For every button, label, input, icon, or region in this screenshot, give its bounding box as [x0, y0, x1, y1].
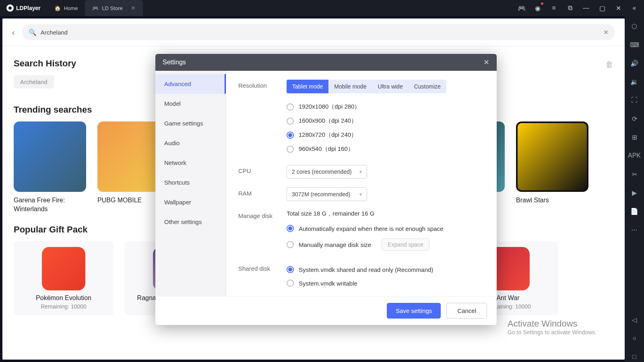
disk-auto-option[interactable]: Automatically expand when there is not e…	[287, 222, 485, 235]
radio-label: System.vmdk shared and read only (Recomm…	[299, 266, 433, 273]
modal-titlebar: Settings ✕	[155, 54, 497, 71]
menu-icon[interactable]: ≡	[549, 3, 559, 13]
tab-ld-store[interactable]: 🎮 LD Store ✕	[85, 0, 142, 16]
scissors-icon[interactable]: ✂	[629, 169, 640, 179]
resolution-option[interactable]: 960x540（dpi 160）	[287, 142, 485, 156]
nav-network[interactable]: Network	[155, 153, 226, 173]
gift-remaining: Remaining: 10000	[18, 303, 109, 310]
radio-icon	[287, 241, 294, 248]
tab-label: Home	[64, 5, 78, 11]
search-box[interactable]: 🔍 ✕	[22, 24, 615, 40]
store-header: ‹ 🔍 ✕	[2, 19, 625, 46]
app-thumb	[516, 121, 588, 192]
mode-mobile[interactable]: Mobile mode	[328, 80, 372, 93]
gift-name: Pokémon Evolution	[18, 294, 109, 302]
ram-select[interactable]: 3072M (recommended)▾	[287, 187, 367, 201]
app-card[interactable]: Brawl Stars	[516, 121, 588, 213]
disk-manual-option[interactable]: Manually manage disk sizeExpand space	[287, 235, 485, 254]
modal-title: Settings	[163, 59, 186, 66]
radio-label: System.vmdk writable	[299, 280, 357, 287]
mode-ultrawide[interactable]: Ultra wide	[372, 80, 408, 93]
shared-label: Shared disk	[238, 263, 287, 290]
store-page: ‹ 🔍 ✕ Search History 🗑 Archeland Trendin…	[2, 19, 625, 360]
nav-shortcuts[interactable]: Shortcuts	[155, 173, 226, 192]
nav-advanced[interactable]: Advanced	[155, 74, 226, 94]
ram-label: RAM	[238, 187, 287, 201]
radio-icon	[287, 132, 294, 139]
resolution-option[interactable]: 1280x720（dpi 240）	[287, 128, 485, 142]
close-icon[interactable]: ✕	[613, 3, 623, 13]
recent-nav-icon[interactable]: □	[629, 352, 640, 362]
popout-icon[interactable]: ⧉	[565, 3, 575, 13]
search-input[interactable]	[41, 29, 599, 36]
chevron-down-icon: ▾	[359, 191, 362, 197]
sync-icon[interactable]: ⟳	[629, 113, 640, 124]
gift-thumb	[42, 247, 85, 290]
keyboard-icon[interactable]: ⌨	[629, 39, 640, 50]
trash-icon[interactable]: 🗑	[605, 60, 613, 69]
app-name: Garena Free Fire: Winterlands	[14, 196, 86, 213]
back-nav-icon[interactable]: ◁	[629, 315, 640, 325]
mode-customize[interactable]: Customize	[409, 80, 446, 93]
nav-other[interactable]: Other settings	[155, 212, 226, 232]
gift-card[interactable]: Pokémon EvolutionRemaining: 10000	[14, 241, 114, 315]
nav-game-settings[interactable]: Game settings	[155, 113, 226, 133]
resolution-mode-tabs: Tablet mode Mobile mode Ultra wide Custo…	[287, 80, 446, 93]
shared-readonly-option[interactable]: System.vmdk shared and read only (Recomm…	[287, 263, 485, 276]
select-value: 3072M (recommended)	[292, 191, 351, 197]
cpu-select[interactable]: 2 cores (recommended)▾	[287, 165, 367, 179]
radio-icon	[287, 225, 294, 232]
resolution-option[interactable]: 1920x1080（dpi 280）	[287, 100, 485, 114]
select-value: 2 cores (recommended)	[292, 169, 352, 175]
more-icon[interactable]: ⋯	[629, 224, 640, 235]
multi-instance-icon[interactable]: ⊞	[629, 132, 640, 142]
cpu-label: CPU	[238, 165, 287, 179]
gamepad-icon[interactable]: 🎮	[517, 3, 526, 13]
titlebar: LDPlayer 🏠 Home 🎮 LD Store ✕ 🎮 ◉ ≡ ⧉ — ▢…	[0, 0, 644, 16]
maximize-icon[interactable]: ▢	[597, 3, 607, 13]
radio-label: 1280x720（dpi 240）	[299, 131, 357, 139]
radio-icon	[287, 146, 294, 153]
resolution-option[interactable]: 644x362（dpi 240）	[287, 114, 485, 128]
script-icon[interactable]: 📄	[629, 206, 640, 216]
right-toolbar: ⬡ ⌨ 🔊 🔉 ⛶ ⟳ ⊞ APK ✂ ▶ 📄 ⋯ ◁ ○ □	[625, 16, 644, 362]
disk-label: Manage disk	[238, 210, 287, 254]
ldplayer-logo-icon	[6, 4, 14, 12]
watermark-sub: Go to Settings to activate Windows.	[508, 329, 597, 335]
mode-tablet[interactable]: Tablet mode	[287, 80, 328, 93]
clear-search-icon[interactable]: ✕	[603, 29, 609, 36]
history-chip[interactable]: Archeland	[14, 75, 54, 88]
collapse-rail-icon[interactable]: «	[630, 3, 639, 13]
cancel-button[interactable]: Cancel	[446, 303, 487, 319]
app-logo: LDPlayer	[0, 4, 47, 12]
save-button[interactable]: Save settings	[387, 303, 441, 319]
minimize-icon[interactable]: —	[581, 3, 591, 13]
home-nav-icon[interactable]: ○	[629, 333, 640, 343]
app-card[interactable]: Garena Free Fire: Winterlands	[14, 121, 86, 213]
radio-icon	[287, 280, 294, 287]
nav-model[interactable]: Model	[155, 94, 226, 113]
titlebar-controls: 🎮 ◉ ≡ ⧉ — ▢ ✕ «	[517, 3, 644, 13]
volume-up-icon[interactable]: 🔊	[629, 58, 640, 68]
close-icon[interactable]: ✕	[131, 5, 136, 11]
chevron-down-icon: ▾	[359, 169, 362, 175]
radio-label: 644x362（dpi 240）	[299, 117, 357, 125]
account-icon[interactable]: ◉	[533, 3, 543, 13]
close-icon[interactable]: ✕	[483, 58, 489, 67]
fullscreen-icon[interactable]: ⛶	[629, 95, 640, 105]
resolution-label: Resolution	[238, 80, 287, 156]
apk-icon[interactable]: APK	[629, 150, 640, 161]
nav-audio[interactable]: Audio	[155, 133, 226, 153]
settings-content: Resolution Tablet mode Mobile mode Ultra…	[226, 71, 497, 296]
shared-writable-option[interactable]: System.vmdk writable	[287, 276, 485, 290]
record-icon[interactable]: ▶	[629, 187, 640, 198]
expand-space-button[interactable]: Expand space	[382, 239, 429, 251]
settings-nav: Advanced Model Game settings Audio Netwo…	[155, 71, 226, 296]
tab-home[interactable]: 🏠 Home	[47, 0, 85, 16]
home-icon: 🏠	[54, 5, 61, 11]
nav-wallpaper[interactable]: Wallpaper	[155, 192, 226, 212]
back-icon[interactable]: ‹	[12, 28, 15, 37]
volume-down-icon[interactable]: 🔉	[629, 76, 640, 87]
radio-icon	[287, 266, 294, 273]
hexagon-icon[interactable]: ⬡	[629, 21, 640, 31]
